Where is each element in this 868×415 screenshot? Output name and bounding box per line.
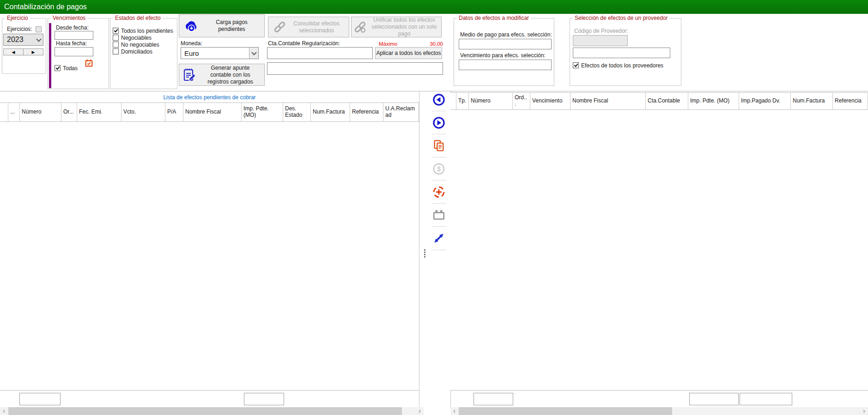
- circle-arrow-right-icon: [432, 116, 445, 129]
- scroll-right-icon[interactable]: ›: [416, 407, 424, 415]
- left-table-body[interactable]: [0, 122, 419, 390]
- add-target-button[interactable]: [432, 185, 446, 199]
- calendar-button[interactable]: [432, 208, 446, 222]
- efectos-todos-checkbox[interactable]: [573, 62, 579, 68]
- left-table-column-header-5[interactable]: Vcto.: [121, 103, 165, 121]
- scroll-left-icon[interactable]: ‹: [0, 407, 8, 415]
- left-table-bottom-border: [0, 390, 419, 391]
- todas-label[interactable]: Todas: [63, 66, 78, 72]
- estado-todos-label[interactable]: Todos los pendientes: [121, 28, 173, 34]
- carga-pagos-button[interactable]: Carga pagos pendientes: [179, 14, 265, 37]
- unificar-label: Unificar todos los efectos seleccionados…: [370, 17, 439, 37]
- right-table-column-header-9[interactable]: Num.Factura: [791, 93, 833, 109]
- efectos-todos-label[interactable]: Efectos de todos los proveedores: [581, 63, 663, 69]
- desde-fecha-input[interactable]: [55, 31, 93, 40]
- left-table-hscrollbar[interactable]: ‹ ›: [0, 407, 424, 415]
- left-table-column-header-9[interactable]: Des. Estado: [283, 103, 311, 121]
- left-table-column-header-7[interactable]: Nombre Fiscal: [183, 103, 242, 121]
- moneda-select[interactable]: Euro: [181, 47, 259, 59]
- splitter-drag-handle[interactable]: [424, 249, 426, 259]
- left-table-column-header-2[interactable]: Número: [20, 103, 61, 121]
- right-table-column-header-1[interactable]: Tp.: [456, 93, 469, 109]
- moneda-select-value: Euro: [181, 49, 249, 57]
- calendar-check-icon[interactable]: [85, 59, 93, 67]
- hasta-fecha-input[interactable]: [55, 47, 93, 56]
- expand-panels-button[interactable]: [432, 231, 446, 245]
- right-table-column-header-2[interactable]: Número: [469, 93, 513, 109]
- nombre-proveedor-input[interactable]: [573, 48, 670, 58]
- left-table-column-header-12[interactable]: U.A.Reclamad: [383, 103, 419, 121]
- left-scroll-thumb[interactable]: [8, 407, 402, 415]
- left-table-column-header-0[interactable]: [0, 103, 8, 121]
- left-table-column-header-8[interactable]: Imp. Pdte. (MO): [242, 103, 283, 121]
- copy-documents-icon: [433, 139, 445, 152]
- group-datos-modificar: Datos de efectos a modificar Medio de pa…: [454, 18, 554, 86]
- right-footer-imp-pdte-total[interactable]: [689, 393, 739, 405]
- move-selected-left-button[interactable]: [432, 93, 446, 107]
- right-footer-imp-pagado-total[interactable]: [740, 393, 792, 405]
- link-icon: [273, 21, 286, 33]
- right-footer-numero-total[interactable]: [473, 393, 513, 405]
- cta-contable-input[interactable]: [267, 47, 373, 59]
- estado-domiciliados-checkbox[interactable]: [113, 48, 119, 54]
- regularizacion-input[interactable]: [267, 62, 443, 75]
- estado-domiciliados-label[interactable]: Domiciliados: [121, 49, 152, 55]
- vencimiento-selec-input[interactable]: [459, 60, 552, 70]
- right-table-column-header-7[interactable]: Imp. Pdte. (MO): [688, 93, 739, 109]
- estado-no-negociables-label[interactable]: No negociables: [121, 42, 159, 48]
- group-ejercicio: Ejercicio Ejercicios: 2023 ◀ ▶: [2, 18, 46, 74]
- scroll-left-icon[interactable]: ‹: [450, 407, 458, 415]
- right-table-column-header-10[interactable]: Referencia: [833, 93, 868, 109]
- estado-todos-checkbox[interactable]: [113, 28, 119, 34]
- left-table-column-header-1[interactable]: ...: [8, 103, 20, 121]
- group-estados-label: Estados del efecto: [113, 15, 163, 21]
- left-table-column-header-10[interactable]: Num.Factura: [311, 103, 350, 121]
- left-footer-importe-total[interactable]: [244, 393, 284, 405]
- left-table-column-header-3[interactable]: Or...: [61, 103, 77, 121]
- right-table-column-header-3[interactable]: Ord...: [513, 93, 530, 109]
- right-scroll-thumb[interactable]: [459, 407, 672, 415]
- target-plus-icon: [432, 186, 445, 198]
- left-table-right-border: [419, 91, 419, 407]
- consolidar-button[interactable]: Consolidar efectos seleccionados: [268, 17, 349, 37]
- estado-no-negociables-checkbox[interactable]: [113, 42, 119, 48]
- right-table-column-header-0[interactable]: [450, 93, 456, 109]
- estado-negociables-label[interactable]: Negociables: [121, 35, 152, 41]
- generar-apunte-label: Generar apunte contable con los registro…: [200, 65, 261, 85]
- generar-apunte-button[interactable]: Generar apunte contable con los registro…: [179, 64, 265, 86]
- right-table-column-header-4[interactable]: Vencimiento: [530, 93, 571, 109]
- move-selected-right-button[interactable]: [432, 116, 446, 130]
- right-table-hscrollbar[interactable]: ‹ ›: [450, 407, 868, 415]
- moneda-label: Moneda:: [181, 41, 202, 47]
- group-vencimientos-label: Vencimientos: [51, 15, 87, 21]
- unificar-button[interactable]: Unificar todos los efectos seleccionados…: [351, 17, 442, 37]
- desde-fecha-label: Desde fecha:: [56, 25, 89, 31]
- purple-accent-bar: [49, 23, 51, 88]
- ejercicios-checkbox[interactable]: [36, 26, 42, 32]
- left-footer-numero-total[interactable]: [19, 393, 61, 405]
- right-table-column-header-8[interactable]: Imp.Pagado Dv.: [739, 93, 791, 109]
- right-table-body[interactable]: [450, 110, 868, 390]
- group-vencimientos: Vencimientos Desde fecha: Hasta fecha: T…: [48, 18, 109, 89]
- left-table-column-header-4[interactable]: Fec. Emi.: [77, 103, 121, 121]
- copy-records-button[interactable]: [432, 138, 446, 152]
- medio-pago-input[interactable]: [459, 39, 552, 49]
- right-table-column-header-6[interactable]: Cta.Contable: [646, 93, 688, 109]
- payment-button-disabled[interactable]: $: [432, 162, 446, 176]
- next-year-button[interactable]: ▶: [24, 49, 43, 55]
- group-seleccion-proveedor: Selección de efectos de un proveedor Cód…: [570, 18, 681, 86]
- circle-arrow-left-icon: [432, 93, 445, 106]
- scroll-right-icon[interactable]: ›: [860, 407, 868, 415]
- cloud-download-icon: [182, 19, 199, 33]
- prev-year-button[interactable]: ◀: [4, 49, 24, 55]
- left-table-column-header-6[interactable]: P/A: [165, 103, 183, 121]
- left-table-column-header-11[interactable]: Referencia: [350, 103, 383, 121]
- estado-negociables-checkbox[interactable]: [113, 35, 119, 41]
- right-table-column-header-5[interactable]: Nombre Fiscal: [571, 93, 646, 109]
- link-merge-icon: [354, 21, 366, 33]
- codigo-proveedor-input[interactable]: [573, 35, 628, 46]
- toolbar-divider: [431, 180, 446, 180]
- todas-checkbox[interactable]: [55, 65, 61, 71]
- aplicar-todos-button[interactable]: Aplicar a todos los efectos: [375, 47, 442, 59]
- ejercicio-select[interactable]: 2023: [3, 34, 43, 46]
